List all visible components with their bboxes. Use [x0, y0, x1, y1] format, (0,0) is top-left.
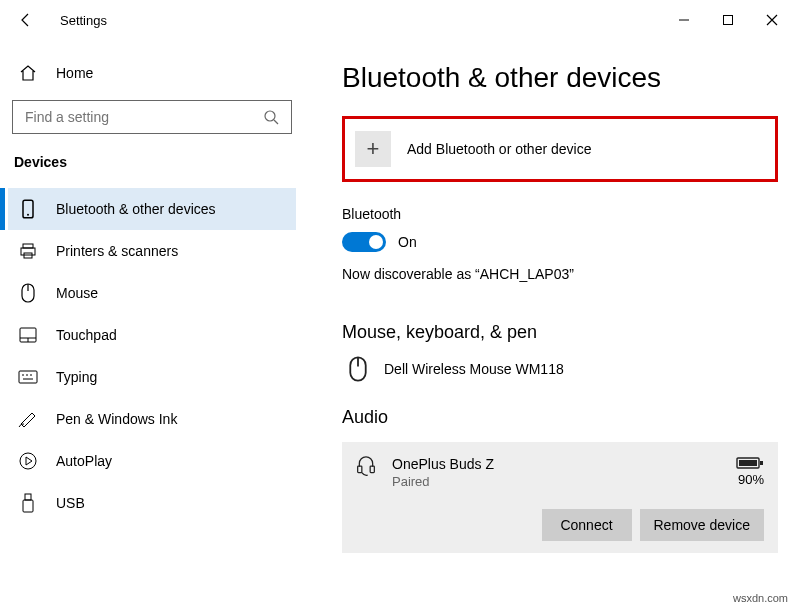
bluetooth-state: On — [398, 234, 417, 250]
svg-rect-21 — [25, 494, 31, 500]
sidebar-item-typing[interactable]: Typing — [8, 356, 296, 398]
sidebar-item-label: Touchpad — [56, 327, 117, 343]
pen-icon — [18, 409, 38, 429]
content: Bluetooth & other devices + Add Bluetoot… — [308, 40, 794, 606]
sidebar-item-label: Mouse — [56, 285, 98, 301]
sidebar-item-label: Pen & Windows Ink — [56, 411, 177, 427]
discoverable-text: Now discoverable as “AHCH_LAP03” — [342, 266, 778, 282]
remove-device-button[interactable]: Remove device — [640, 509, 765, 541]
page-title: Bluetooth & other devices — [342, 62, 778, 94]
group-audio-title: Audio — [342, 407, 778, 428]
sidebar-category: Devices — [8, 154, 296, 188]
sidebar-item-touchpad[interactable]: Touchpad — [8, 314, 296, 356]
svg-rect-28 — [739, 460, 757, 466]
device-mouse[interactable]: Dell Wireless Mouse WM118 — [342, 357, 778, 407]
sidebar-item-printers[interactable]: Printers & scanners — [8, 230, 296, 272]
svg-rect-22 — [23, 500, 33, 512]
bluetooth-toggle[interactable] — [342, 232, 386, 252]
close-button[interactable] — [750, 4, 794, 36]
svg-point-19 — [20, 453, 36, 469]
sidebar-item-label: Bluetooth & other devices — [56, 201, 216, 217]
minimize-button[interactable] — [662, 4, 706, 36]
sidebar-item-bluetooth[interactable]: Bluetooth & other devices — [8, 188, 296, 230]
connect-button[interactable]: Connect — [542, 509, 632, 541]
svg-rect-14 — [19, 371, 37, 383]
autoplay-icon — [18, 451, 38, 471]
svg-marker-20 — [26, 457, 32, 465]
titlebar: Settings — [0, 0, 794, 40]
sidebar-home[interactable]: Home — [8, 52, 296, 94]
search-box[interactable] — [12, 100, 292, 134]
sidebar-item-pen[interactable]: Pen & Windows Ink — [8, 398, 296, 440]
back-icon[interactable] — [16, 10, 36, 30]
sidebar-item-label: Typing — [56, 369, 97, 385]
mouse-device-icon — [348, 359, 368, 379]
audio-device-status: Paired — [392, 474, 494, 489]
typing-icon — [18, 367, 38, 387]
svg-line-3 — [274, 120, 278, 124]
sidebar: Home Devices Bluetooth & other devices — [0, 40, 308, 606]
group-mouse-title: Mouse, keyboard, & pen — [342, 322, 778, 343]
device-mouse-name: Dell Wireless Mouse WM118 — [384, 361, 564, 377]
svg-rect-6 — [23, 244, 33, 248]
bluetooth-icon — [18, 199, 38, 219]
search-input[interactable] — [23, 108, 261, 126]
svg-rect-1 — [724, 16, 733, 25]
battery-percent: 90% — [736, 472, 764, 487]
headset-icon — [356, 456, 376, 476]
battery-icon — [736, 456, 764, 470]
sidebar-item-label: USB — [56, 495, 85, 511]
svg-rect-7 — [21, 248, 35, 255]
window-title: Settings — [60, 13, 107, 28]
maximize-button[interactable] — [706, 4, 750, 36]
svg-rect-25 — [358, 466, 362, 473]
svg-rect-29 — [760, 461, 763, 465]
add-device-button[interactable]: + Add Bluetooth or other device — [342, 116, 778, 182]
sidebar-item-label: Printers & scanners — [56, 243, 178, 259]
usb-icon — [18, 493, 38, 513]
mouse-icon — [18, 283, 38, 303]
touchpad-icon — [18, 325, 38, 345]
watermark: wsxdn.com — [733, 592, 788, 604]
window-controls — [662, 4, 794, 36]
audio-device-card[interactable]: OnePlus Buds Z Paired 90% Connect Remove… — [342, 442, 778, 553]
plus-icon: + — [355, 131, 391, 167]
home-icon — [18, 63, 38, 83]
sidebar-item-label: AutoPlay — [56, 453, 112, 469]
svg-point-5 — [27, 214, 29, 216]
search-icon — [261, 107, 281, 127]
svg-point-2 — [265, 111, 275, 121]
sidebar-item-usb[interactable]: USB — [8, 482, 296, 524]
sidebar-item-mouse[interactable]: Mouse — [8, 272, 296, 314]
audio-device-name: OnePlus Buds Z — [392, 456, 494, 472]
bluetooth-label: Bluetooth — [342, 206, 778, 222]
printer-icon — [18, 241, 38, 261]
sidebar-item-autoplay[interactable]: AutoPlay — [8, 440, 296, 482]
add-device-label: Add Bluetooth or other device — [407, 141, 591, 157]
svg-rect-26 — [370, 466, 374, 473]
home-label: Home — [56, 65, 93, 81]
